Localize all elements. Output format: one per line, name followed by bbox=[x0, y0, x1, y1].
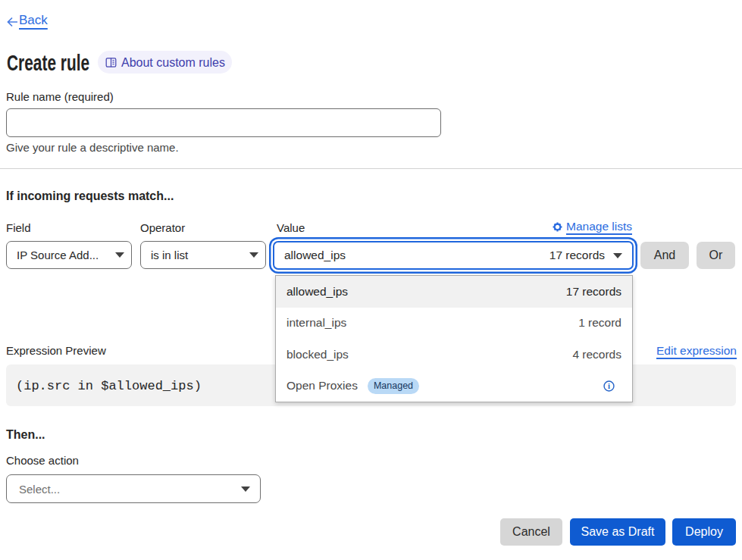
svg-text:i: i bbox=[608, 382, 610, 390]
